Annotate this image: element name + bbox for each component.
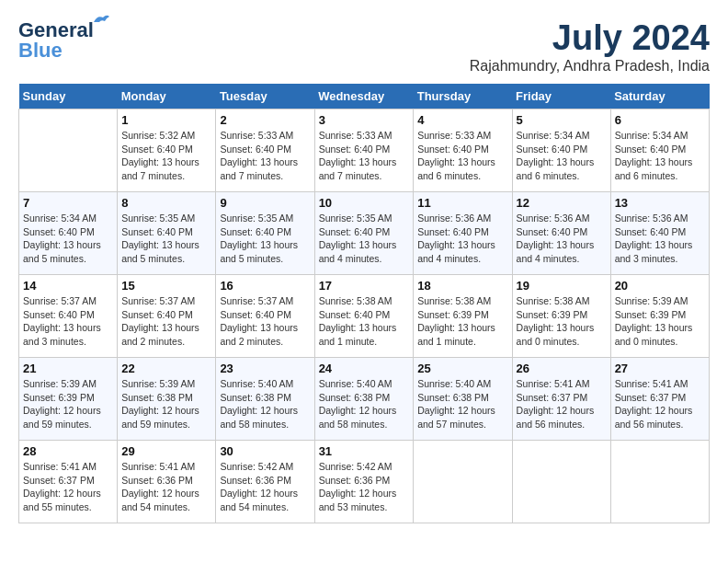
cell-day-info: Sunrise: 5:39 AM Sunset: 6:38 PM Dayligh… [121, 377, 211, 431]
day-number: 29 [121, 444, 211, 458]
calendar-cell [414, 441, 512, 523]
calendar-cell: 22Sunrise: 5:39 AM Sunset: 6:38 PM Dayli… [118, 358, 216, 441]
calendar-cell: 11Sunrise: 5:36 AM Sunset: 6:40 PM Dayli… [414, 192, 512, 275]
day-number: 19 [517, 279, 607, 293]
col-thursday: Thursday [414, 84, 512, 109]
day-number: 25 [417, 362, 507, 375]
calendar-cell: 2Sunrise: 5:33 AM Sunset: 6:40 PM Daylig… [216, 109, 314, 192]
calendar-cell: 23Sunrise: 5:40 AM Sunset: 6:38 PM Dayli… [216, 358, 314, 441]
cell-day-info: Sunrise: 5:40 AM Sunset: 6:38 PM Dayligh… [319, 377, 410, 431]
col-friday: Friday [512, 84, 610, 109]
cell-day-info: Sunrise: 5:39 AM Sunset: 6:39 PM Dayligh… [615, 294, 705, 349]
day-number: 17 [319, 279, 410, 293]
calendar-cell [610, 441, 709, 523]
cell-day-info: Sunrise: 5:36 AM Sunset: 6:40 PM Dayligh… [517, 212, 607, 266]
month-year-title: July 2024 [470, 18, 710, 58]
cell-day-info: Sunrise: 5:40 AM Sunset: 6:38 PM Dayligh… [417, 377, 507, 431]
calendar-cell: 7Sunrise: 5:34 AM Sunset: 6:40 PM Daylig… [19, 192, 118, 275]
day-number: 12 [517, 196, 607, 210]
cell-day-info: Sunrise: 5:34 AM Sunset: 6:40 PM Dayligh… [615, 129, 705, 183]
day-number: 5 [517, 113, 607, 127]
cell-day-info: Sunrise: 5:42 AM Sunset: 6:36 PM Dayligh… [319, 460, 410, 514]
week-row-5: 28Sunrise: 5:41 AM Sunset: 6:37 PM Dayli… [19, 441, 710, 523]
cell-day-info: Sunrise: 5:35 AM Sunset: 6:40 PM Dayligh… [121, 212, 211, 266]
cell-day-info: Sunrise: 5:33 AM Sunset: 6:40 PM Dayligh… [417, 129, 507, 183]
col-monday: Monday [118, 84, 216, 109]
calendar-cell: 6Sunrise: 5:34 AM Sunset: 6:40 PM Daylig… [610, 109, 709, 192]
day-number: 30 [220, 444, 310, 458]
day-number: 14 [23, 279, 113, 293]
calendar-cell: 1Sunrise: 5:32 AM Sunset: 6:40 PM Daylig… [118, 109, 216, 192]
cell-day-info: Sunrise: 5:42 AM Sunset: 6:36 PM Dayligh… [220, 460, 310, 514]
calendar-cell: 5Sunrise: 5:34 AM Sunset: 6:40 PM Daylig… [512, 109, 610, 192]
cell-day-info: Sunrise: 5:41 AM Sunset: 6:37 PM Dayligh… [23, 460, 113, 514]
calendar-table: Sunday Monday Tuesday Wednesday Thursday… [18, 84, 710, 523]
cell-day-info: Sunrise: 5:36 AM Sunset: 6:40 PM Dayligh… [417, 212, 507, 266]
calendar-cell: 19Sunrise: 5:38 AM Sunset: 6:39 PM Dayli… [512, 275, 610, 358]
day-number: 2 [220, 113, 310, 127]
day-number: 4 [417, 113, 507, 127]
week-row-4: 21Sunrise: 5:39 AM Sunset: 6:39 PM Dayli… [19, 358, 710, 441]
day-number: 9 [220, 196, 310, 210]
week-row-2: 7Sunrise: 5:34 AM Sunset: 6:40 PM Daylig… [19, 192, 710, 275]
calendar-cell: 16Sunrise: 5:37 AM Sunset: 6:40 PM Dayli… [216, 275, 314, 358]
calendar-cell: 25Sunrise: 5:40 AM Sunset: 6:38 PM Dayli… [414, 358, 512, 441]
calendar-cell: 9Sunrise: 5:35 AM Sunset: 6:40 PM Daylig… [216, 192, 314, 275]
cell-day-info: Sunrise: 5:41 AM Sunset: 6:37 PM Dayligh… [517, 377, 607, 431]
day-number: 26 [517, 362, 607, 375]
day-number: 18 [417, 279, 507, 293]
week-row-1: 1Sunrise: 5:32 AM Sunset: 6:40 PM Daylig… [19, 109, 710, 192]
cell-day-info: Sunrise: 5:40 AM Sunset: 6:38 PM Dayligh… [220, 377, 310, 431]
day-number: 21 [23, 362, 113, 375]
calendar-cell: 17Sunrise: 5:38 AM Sunset: 6:40 PM Dayli… [314, 275, 414, 358]
day-number: 15 [121, 279, 211, 293]
title-block: July 2024 Rajahmundry, Andhra Pradesh, I… [470, 18, 710, 75]
calendar-cell: 3Sunrise: 5:33 AM Sunset: 6:40 PM Daylig… [314, 109, 414, 192]
logo-bird-icon [92, 13, 110, 29]
cell-day-info: Sunrise: 5:36 AM Sunset: 6:40 PM Dayligh… [615, 212, 705, 266]
calendar-cell: 15Sunrise: 5:37 AM Sunset: 6:40 PM Dayli… [118, 275, 216, 358]
col-saturday: Saturday [610, 84, 709, 109]
page-header: General Blue July 2024 Rajahmundry, Andh… [18, 18, 710, 75]
day-number: 10 [319, 196, 410, 210]
calendar-header-row: Sunday Monday Tuesday Wednesday Thursday… [19, 84, 710, 109]
day-number: 22 [121, 362, 211, 375]
day-number: 1 [121, 113, 211, 127]
calendar-cell: 27Sunrise: 5:41 AM Sunset: 6:37 PM Dayli… [610, 358, 709, 441]
cell-day-info: Sunrise: 5:34 AM Sunset: 6:40 PM Dayligh… [517, 129, 607, 183]
calendar-cell: 14Sunrise: 5:37 AM Sunset: 6:40 PM Dayli… [19, 275, 118, 358]
day-number: 6 [615, 113, 705, 127]
cell-day-info: Sunrise: 5:38 AM Sunset: 6:39 PM Dayligh… [417, 294, 507, 349]
cell-day-info: Sunrise: 5:33 AM Sunset: 6:40 PM Dayligh… [220, 129, 310, 183]
calendar-cell: 24Sunrise: 5:40 AM Sunset: 6:38 PM Dayli… [314, 358, 414, 441]
logo-general: General [18, 18, 94, 41]
calendar-cell: 31Sunrise: 5:42 AM Sunset: 6:36 PM Dayli… [314, 441, 414, 523]
calendar-cell: 4Sunrise: 5:33 AM Sunset: 6:40 PM Daylig… [414, 109, 512, 192]
day-number: 16 [220, 279, 310, 293]
calendar-cell: 26Sunrise: 5:41 AM Sunset: 6:37 PM Dayli… [512, 358, 610, 441]
cell-day-info: Sunrise: 5:38 AM Sunset: 6:39 PM Dayligh… [517, 294, 607, 349]
day-number: 8 [121, 196, 211, 210]
day-number: 27 [615, 362, 705, 375]
calendar-cell: 8Sunrise: 5:35 AM Sunset: 6:40 PM Daylig… [118, 192, 216, 275]
cell-day-info: Sunrise: 5:41 AM Sunset: 6:36 PM Dayligh… [121, 460, 211, 514]
calendar-cell [512, 441, 610, 523]
cell-day-info: Sunrise: 5:35 AM Sunset: 6:40 PM Dayligh… [220, 212, 310, 266]
col-sunday: Sunday [19, 84, 118, 109]
cell-day-info: Sunrise: 5:34 AM Sunset: 6:40 PM Dayligh… [23, 212, 113, 266]
cell-day-info: Sunrise: 5:37 AM Sunset: 6:40 PM Dayligh… [121, 294, 211, 349]
cell-day-info: Sunrise: 5:39 AM Sunset: 6:39 PM Dayligh… [23, 377, 113, 431]
day-number: 31 [319, 444, 410, 458]
cell-day-info: Sunrise: 5:32 AM Sunset: 6:40 PM Dayligh… [121, 129, 211, 183]
cell-day-info: Sunrise: 5:35 AM Sunset: 6:40 PM Dayligh… [319, 212, 410, 266]
calendar-cell: 13Sunrise: 5:36 AM Sunset: 6:40 PM Dayli… [610, 192, 709, 275]
calendar-cell: 20Sunrise: 5:39 AM Sunset: 6:39 PM Dayli… [610, 275, 709, 358]
logo: General Blue [18, 18, 94, 63]
calendar-cell: 28Sunrise: 5:41 AM Sunset: 6:37 PM Dayli… [19, 441, 118, 523]
calendar-cell [19, 109, 118, 192]
cell-day-info: Sunrise: 5:37 AM Sunset: 6:40 PM Dayligh… [220, 294, 310, 349]
calendar-cell: 18Sunrise: 5:38 AM Sunset: 6:39 PM Dayli… [414, 275, 512, 358]
calendar-cell: 12Sunrise: 5:36 AM Sunset: 6:40 PM Dayli… [512, 192, 610, 275]
cell-day-info: Sunrise: 5:41 AM Sunset: 6:37 PM Dayligh… [615, 377, 705, 431]
day-number: 11 [417, 196, 507, 210]
